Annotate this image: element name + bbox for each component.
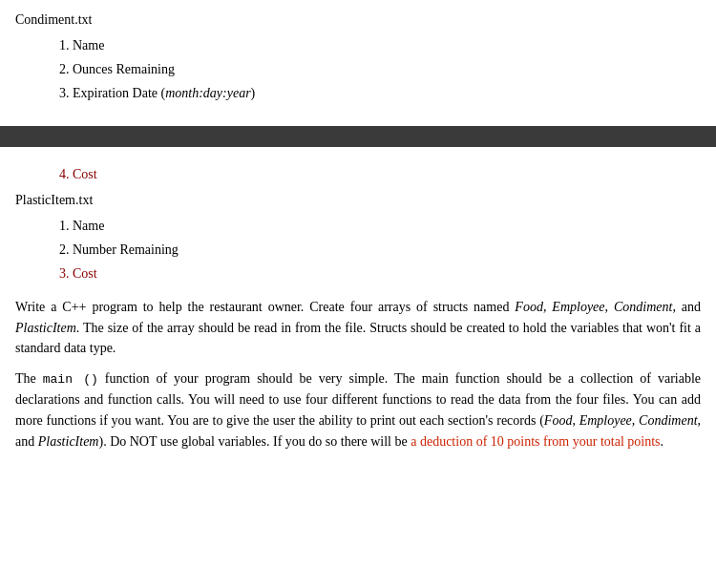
top-section: Condiment.txt Name Ounces Remaining Expi…	[0, 0, 716, 118]
paragraph-structs: Write a C++ program to help the restaura…	[15, 297, 701, 359]
plasticitem-italic: PlasticItem	[15, 321, 76, 335]
list-item-cost: Cost	[73, 162, 701, 186]
condiment-list: Name Ounces Remaining Expiration Date (m…	[73, 33, 701, 105]
plastic-list-item-cost: Cost	[73, 262, 701, 285]
plastic-list-item-number: Number Remaining	[73, 238, 701, 262]
employee-italic-2: Employee	[579, 413, 632, 428]
employee-italic: Employee	[552, 300, 604, 314]
middle-section: Cost PlasticItem.txt Name Number Remaini…	[0, 155, 716, 293]
bottom-section: Write a C++ program to help the restaura…	[0, 293, 716, 471]
food-italic-2: Food	[544, 413, 573, 428]
condiment-italic: Condiment	[614, 300, 672, 314]
plasticitem-italic-2: PlasticItem	[38, 434, 99, 449]
expiration-italic: month:day:year	[165, 86, 250, 100]
plastic-list: Name Number Remaining Cost	[73, 214, 701, 285]
deduction-text: a deduction of 10 points from your total…	[411, 434, 660, 449]
dark-divider-bar	[0, 126, 716, 147]
list-item-ounces: Ounces Remaining	[73, 57, 701, 81]
condiment-filename: Condiment.txt	[15, 10, 701, 30]
cost-list: Cost	[73, 162, 701, 186]
food-italic: Food	[515, 300, 543, 314]
list-item-expiration: Expiration Date (month:day:year)	[73, 81, 701, 105]
plastic-filename: PlasticItem.txt	[15, 190, 701, 210]
condiment-italic-2: Condiment	[639, 413, 697, 428]
main-code: main ()	[43, 372, 98, 387]
list-item: Name	[73, 33, 701, 57]
paragraph-main: The main () function of your program sho…	[15, 368, 701, 452]
plastic-list-item-name: Name	[73, 214, 701, 238]
